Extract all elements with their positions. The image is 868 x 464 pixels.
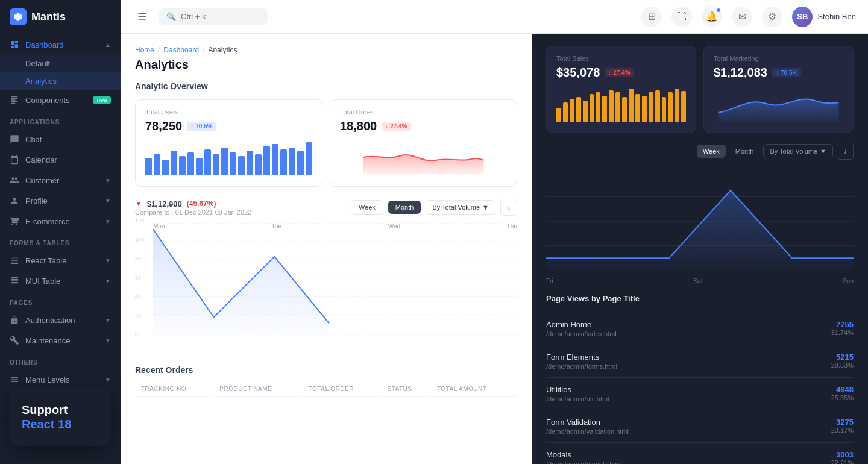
settings-button[interactable]: ⚙: [762, 7, 782, 27]
total-sales-chart: [556, 86, 686, 122]
bar-segment: [596, 92, 600, 122]
sidebar-item-maintenance[interactable]: Maintenance ▼: [0, 330, 121, 351]
total-users-chart: [145, 139, 312, 175]
content-dark: Total Sales $35,078 ↓ 27.4% Total Market…: [532, 34, 868, 464]
bar-segment: [570, 99, 574, 122]
pages-section: Pages: [0, 291, 121, 310]
col-amount: Total Amount: [432, 382, 516, 397]
income-download-btn[interactable]: ↓: [500, 199, 517, 216]
bar-segment: [609, 90, 614, 122]
page-views-section: Page Views by Page Title Admin Home /dem…: [546, 294, 854, 464]
page-view-stats: 3003 22.21%: [831, 450, 854, 464]
sidebar-item-react-table[interactable]: React Table ▼: [0, 250, 121, 271]
sidebar-item-mui-table[interactable]: MUI Table ▼: [0, 271, 121, 291]
metric-card-total-sales: Total Sales $35,078 ↓ 27.4%: [546, 46, 696, 133]
mail-button[interactable]: ✉: [732, 7, 752, 27]
sidebar-logo[interactable]: Mantis: [0, 0, 121, 34]
page-view-stats: 7755 31.74%: [831, 320, 854, 336]
user-name: Stebin Ben: [817, 12, 856, 21]
page-view-item: Form Elements /demo/admin/forms.html 521…: [546, 345, 854, 378]
dark-volume-dropdown[interactable]: By Total Volume ▼: [763, 144, 833, 158]
dark-week-btn[interactable]: Week: [697, 145, 726, 158]
page-view-path: /demo/admin/index.html: [546, 330, 617, 337]
bar-segment: [306, 142, 312, 175]
page-views-title: Page Views by Page Title: [546, 294, 854, 303]
breadcrumb-home[interactable]: Home: [135, 46, 154, 54]
sidebar-item-menu-levels[interactable]: Menu Levels ▼: [0, 369, 121, 390]
income-week-btn[interactable]: Week: [351, 200, 383, 215]
page-view-item: Form Validation /demo/admin/validation.h…: [546, 410, 854, 443]
sidebar-item-ecommerce[interactable]: E-commerce ▼: [0, 211, 121, 231]
mui-table-icon: [10, 276, 19, 286]
react-table-chevron: ▼: [105, 257, 111, 264]
bar-segment: [583, 101, 588, 122]
sidebar-item-customer[interactable]: Customer ▼: [0, 170, 121, 190]
page-view-name: Form Elements: [546, 353, 617, 362]
sidebar-item-calendar[interactable]: Calendar: [0, 149, 121, 170]
page-view-info: Form Elements /demo/admin/forms.html: [546, 353, 617, 370]
fullscreen-button[interactable]: ⛶: [671, 7, 692, 27]
apps-button[interactable]: ⊞: [641, 7, 662, 27]
page-view-count: 3275: [831, 418, 854, 427]
page-view-info: Admin Home /demo/admin/index.html: [546, 320, 617, 337]
breadcrumb-dashboard[interactable]: Dashboard: [163, 46, 199, 54]
total-sales-label: Total Sales: [556, 55, 686, 62]
topbar-left: ☰ 🔍: [133, 7, 268, 27]
bar-segment: [145, 158, 152, 175]
income-volume-dropdown[interactable]: By Total Volume ▼: [426, 200, 495, 215]
bar-segment: [263, 146, 270, 175]
sidebar-item-components[interactable]: Components new: [0, 90, 121, 110]
support-text-line1: Support: [22, 402, 99, 418]
menu-toggle-button[interactable]: ☰: [133, 7, 152, 27]
bar-segment: [289, 148, 295, 175]
breadcrumb-sep2: /: [203, 46, 204, 54]
support-popup[interactable]: Support React 18: [10, 387, 111, 446]
user-profile[interactable]: SB Stebin Ben: [792, 7, 856, 27]
page-view-pct: 23.17%: [831, 427, 854, 434]
bar-segment: [255, 154, 262, 175]
total-order-chart: [340, 139, 507, 175]
app-name: Mantis: [31, 11, 66, 24]
total-users-value-row: 78,250 ↑ 70.5%: [145, 119, 312, 133]
total-marketing-value: $1,12,083: [714, 66, 767, 80]
income-overview: ▼ $1,12,900 (45.67%) Compare to : 01 Dec…: [135, 199, 517, 353]
sidebar-item-default[interactable]: Default: [0, 55, 121, 72]
sidebar-item-analytics[interactable]: Analytics: [0, 72, 121, 90]
grid-label-80: 80: [135, 256, 141, 262]
bar-segment: [280, 149, 287, 175]
sidebar-item-dashboard[interactable]: Dashboard ▲: [0, 34, 121, 55]
bar-segment: [187, 152, 194, 175]
sidebar-item-authentication[interactable]: Authentication ▼: [0, 310, 121, 330]
bar-segment: [247, 151, 253, 175]
total-users-value: 78,250: [145, 119, 182, 133]
dark-month-btn[interactable]: Month: [729, 145, 760, 158]
search-box[interactable]: 🔍: [159, 8, 268, 25]
support-text-line2: React 18: [22, 418, 99, 431]
total-marketing-badge: ↑ 70.5%: [772, 68, 801, 77]
notification-button[interactable]: 🔔: [702, 7, 722, 27]
bar-segment: [272, 144, 278, 175]
search-input[interactable]: [181, 12, 253, 21]
menu-levels-chevron: ▼: [105, 377, 111, 383]
page-view-count: 4848: [831, 385, 854, 394]
sidebar-item-chat[interactable]: Chat: [0, 129, 121, 149]
bar-segment: [655, 90, 660, 122]
metric-card-total-users: Total Users 78,250 ↑ 70.5%: [135, 99, 322, 187]
bar-segment: [154, 154, 160, 175]
notification-badge: [716, 8, 721, 13]
grid-label-120: 120: [135, 218, 144, 224]
topbar: ☰ 🔍 ⊞ ⛶ 🔔 ✉ ⚙ SB Stebin Ben: [121, 0, 868, 34]
page-view-stats: 3275 23.17%: [831, 418, 854, 434]
mui-table-chevron: ▼: [105, 278, 111, 284]
bar-segment: [622, 97, 627, 122]
content-light: Home / Dashboard / Analytics Analytics A…: [121, 34, 532, 464]
dark-download-btn[interactable]: ↓: [837, 143, 854, 160]
auth-icon: [10, 315, 19, 325]
bar-segment: [179, 156, 186, 175]
logo-icon: [10, 8, 27, 25]
sidebar-item-profile[interactable]: Profile ▼: [0, 190, 121, 211]
forms-tables-section: Forms & Tables: [0, 231, 121, 250]
income-month-btn[interactable]: Month: [388, 201, 421, 214]
profile-icon: [10, 196, 19, 205]
maintenance-chevron: ▼: [105, 337, 111, 344]
